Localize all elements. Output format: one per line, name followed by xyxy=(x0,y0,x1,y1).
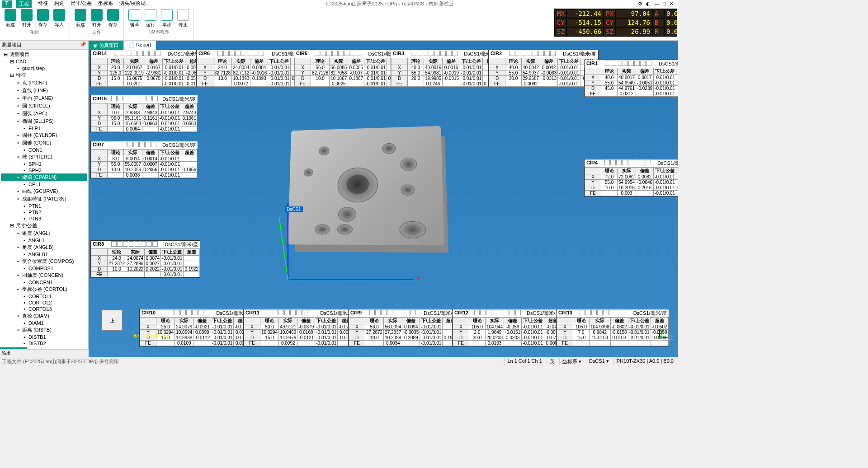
menu-tolerance[interactable]: 尺寸/公差 xyxy=(71,0,92,8)
tree-node[interactable]: • 同轴度 (CONCEN) xyxy=(1,271,87,279)
tree-node[interactable]: • 键槽 (CPARLN) xyxy=(1,173,87,181)
window-title: E:\2025Jian山涧果子2025.TDPrj - TotalDMIS - … xyxy=(146,0,633,7)
data-table-CIR7[interactable]: CIR7DsCS1/毫米/度理论实际偏差下/上公差超差X8.08.00140.0… xyxy=(90,141,198,178)
data-table-CIR10[interactable]: CIR10DsCS1/毫米/度理论实际偏差下/上公差超差X25.024.9079… xyxy=(139,309,252,346)
data-table-CIR5[interactable]: CIR5DsCS1/毫米/度理论实际偏差下/上公差超差X56.056.00850… xyxy=(294,50,404,87)
tree-node[interactable]: ⊟ 特征 xyxy=(1,71,87,79)
vtab-sim[interactable]: ◉ 仿真窗口 xyxy=(89,41,124,50)
tree-node[interactable]: ⊟ 测量项目 xyxy=(1,51,87,58)
tree-node[interactable]: • 点 (POINT) xyxy=(1,79,87,87)
data-table-CIR12[interactable]: CIR12DsCS1/毫米/度理论实际偏差下/上公差超差X105.0104.94… xyxy=(452,309,562,346)
output-header[interactable]: 输出 xyxy=(0,349,89,357)
status-item[interactable]: Ln 1 Col 1 Ch 1 xyxy=(504,358,544,365)
tree-node[interactable]: • 直线 (LINE) xyxy=(1,87,87,94)
vtab-report[interactable]: 📄 Report xyxy=(124,41,156,50)
tree-node[interactable]: • 球 (SPHERE) xyxy=(1,153,87,161)
minimize-icon[interactable]: — xyxy=(654,1,659,7)
data-table-CIR14[interactable]: CIR14DsCS1/毫米/度理论实际偏差下/上公差超差X20.020.0167… xyxy=(90,50,203,87)
status-item[interactable]: 坐标系 ▾ xyxy=(559,358,584,365)
ribbon-btn-编译[interactable]: 编译 xyxy=(127,9,141,28)
data-table-CIR1[interactable]: CIR1DsCS1/毫米/度理论实际偏差下/上公差超差X40.040.00170… xyxy=(584,60,678,97)
view-cube[interactable]: 上 xyxy=(94,304,130,341)
data-table-CIR11[interactable]: CIR11DsCS1/毫米/度理论实际偏差下/上公差超差X50.049.9121… xyxy=(243,309,356,346)
cs-label: DsCS1 xyxy=(285,206,303,212)
tree-node[interactable]: • PTN3 xyxy=(1,215,87,222)
data-table-CIR4[interactable]: CIR4DsCS1/毫米/度理论实际偏差下/上公差超差X72.072.00820… xyxy=(584,159,678,197)
data-table-CIR15[interactable]: CIR15DsCS1/毫米/度理论实际偏差下/上公差超差X0.02.98432.… xyxy=(90,95,198,132)
settings-icon[interactable]: ⚙ xyxy=(638,1,642,7)
watermark: CSDN @山涧果子 xyxy=(593,333,674,347)
menu-project[interactable]: 工程 xyxy=(16,0,32,8)
tree-node[interactable]: • CON1 xyxy=(1,147,87,153)
ribbon-btn-单步[interactable]: 单步 xyxy=(160,9,174,28)
app-logo: T xyxy=(2,0,12,8)
tree-node[interactable]: • 直径 (DIAM) xyxy=(1,312,87,320)
tree-node[interactable]: • 圆柱 (CYLNDR) xyxy=(1,131,87,139)
status-bar: 工程文件 (E:\2025Jian山涧果子2025.TDPrj) 保存完毕 Ln… xyxy=(0,357,678,366)
data-table-CIR3[interactable]: CIR3DsCS1/毫米/度理论实际偏差下/上公差超差X40.040.00160… xyxy=(391,50,500,87)
tree-node[interactable]: • 圆 (CIRCLE) xyxy=(1,102,87,110)
pin-icon[interactable]: 📌 xyxy=(80,42,86,48)
viewport[interactable]: ◉ 仿真窗口 📄 Report DsCS1 CIR14DsCS1 xyxy=(89,41,678,357)
status-item[interactable]: 英 xyxy=(547,358,557,365)
axis-z xyxy=(279,217,288,280)
tree-node[interactable]: • 圆弧 (ARC) xyxy=(1,110,87,117)
help-icon[interactable]: ◐ xyxy=(646,1,651,7)
data-table-CIR2[interactable]: CIR2DsCS1/毫米/度理论实际偏差下/上公差超差X40.040.00420… xyxy=(488,50,599,87)
tree-node[interactable]: • ELP1 xyxy=(1,125,87,131)
tree-node[interactable]: • DISTB2 xyxy=(1,340,87,346)
tree-node[interactable]: • COMPOS1 xyxy=(1,265,87,271)
tree-node[interactable]: • 坐标公差 (CORTOL) xyxy=(1,285,87,293)
ribbon-btn-新建[interactable]: 新建 xyxy=(74,9,87,28)
tree-node[interactable]: • DISTB1 xyxy=(1,334,87,340)
close-icon[interactable]: ✕ xyxy=(670,1,674,7)
tree-node[interactable]: ⊟ CAD xyxy=(1,58,87,65)
data-table-CIR9[interactable]: CIR9DsCS1/毫米/度理论实际偏差下/上公差超差X56.056.00940… xyxy=(348,309,459,346)
tree-node[interactable]: • 距离 (DISTB) xyxy=(1,326,87,334)
status-item[interactable]: DsCS1 ▾ xyxy=(586,358,612,365)
tree-node[interactable]: • ANGL1 xyxy=(1,237,87,243)
tree-node[interactable]: • 平面 (PLANE) xyxy=(1,94,87,102)
tree-node[interactable]: • 圆锥 (CONE) xyxy=(1,139,87,147)
tree-node[interactable]: • CPL1 xyxy=(1,181,87,187)
tree-node[interactable]: • 复合位置度 (COMPOS) xyxy=(1,257,87,265)
main-menu: 工程 特征 构造 尺寸/公差 坐标系 测头/校验规 xyxy=(14,0,146,8)
menu-feature[interactable]: 特征 xyxy=(38,0,48,8)
cad-part[interactable]: DsCS1 xyxy=(288,126,441,280)
tree-node[interactable]: • CORTOL1 xyxy=(1,293,87,300)
ribbon: 新建打开保存导入 项目 新建打开保存 文件 编译运行单步停止 DMIS程序 MX… xyxy=(0,8,678,41)
ribbon-btn-打开[interactable]: 打开 xyxy=(20,9,33,28)
status-item[interactable]: PH10T-ZX30 | A0.0 | B0.0 xyxy=(613,358,676,365)
ribbon-btn-导入[interactable]: 导入 xyxy=(52,9,66,28)
menu-probe[interactable]: 测头/校验规 xyxy=(119,0,146,8)
tree-node[interactable]: • PTN2 xyxy=(1,209,87,215)
tree-node[interactable]: • 成组特征 (PATERN) xyxy=(1,195,87,203)
project-tree[interactable]: ⊟ 测量项目⊟ CAD• guozi.step⊟ 特征• 点 (POINT)• … xyxy=(0,50,88,347)
tree-node[interactable]: • SPH2 xyxy=(1,167,87,173)
tree-node[interactable]: • CORTOL3 xyxy=(1,306,87,312)
ribbon-btn-停止[interactable]: 停止 xyxy=(176,9,190,28)
data-table-CIR8[interactable]: CIR8DsCS1/毫米/度理论实际偏差下/上公差超差X24.024.00740… xyxy=(90,240,200,278)
tree-node[interactable]: • 曲线 (GCURVE) xyxy=(1,187,87,195)
data-table-CIR6[interactable]: CIR6DsCS1/毫米/度理论实际偏差下/上公差超差X24.024.00840… xyxy=(196,50,307,87)
tree-node[interactable]: • SPH1 xyxy=(1,161,87,167)
menu-coord[interactable]: 坐标系 xyxy=(98,0,113,8)
ribbon-btn-保存[interactable]: 保存 xyxy=(36,9,50,28)
tree-node[interactable]: • 锥度 (ANGL) xyxy=(1,229,87,237)
tree-node[interactable]: • ANGLB1 xyxy=(1,251,87,257)
tree-node[interactable]: ⊟ 尺寸/公差 xyxy=(1,222,87,229)
ribbon-btn-保存[interactable]: 保存 xyxy=(106,9,120,28)
ribbon-btn-打开[interactable]: 打开 xyxy=(90,9,104,28)
tree-node[interactable]: • guozi.step xyxy=(1,65,87,71)
menu-construct[interactable]: 构造 xyxy=(54,0,64,8)
ribbon-btn-新建[interactable]: 新建 xyxy=(4,9,17,28)
tree-node[interactable]: • PTN1 xyxy=(1,203,87,209)
tree-node[interactable]: • 椭圆 (ELLIPS) xyxy=(1,117,87,125)
ribbon-btn-运行[interactable]: 运行 xyxy=(144,9,157,28)
maximize-icon[interactable]: □ xyxy=(663,1,666,7)
tree-node[interactable]: • CORTOL2 xyxy=(1,300,87,306)
tree-node[interactable]: • DIAM1 xyxy=(1,320,87,326)
tree-node[interactable]: • 角度 (ANGLB) xyxy=(1,243,87,251)
ribbon-group-project: 项目 xyxy=(4,29,66,35)
tree-node[interactable]: • CONCEN1 xyxy=(1,279,87,285)
